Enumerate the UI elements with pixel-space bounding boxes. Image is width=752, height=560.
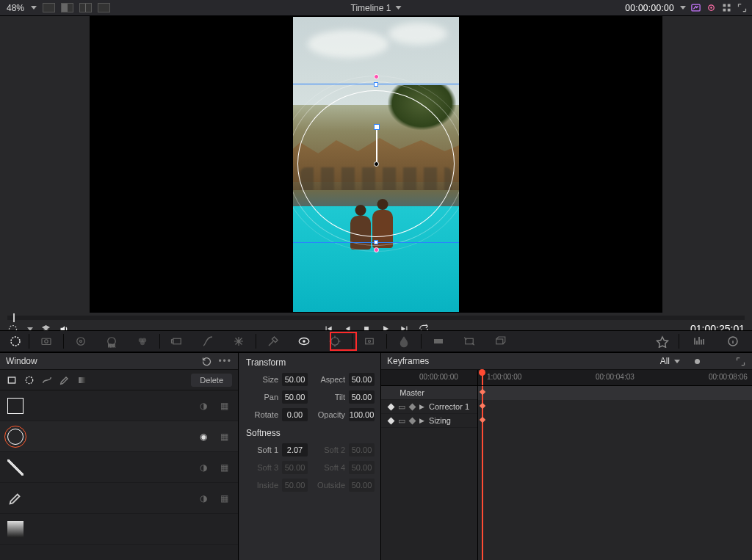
- soft4-field[interactable]: 50.00: [349, 461, 375, 474]
- window-row-pen[interactable]: ◑▦: [0, 483, 238, 514]
- layout-dual-icon[interactable]: [79, 3, 92, 12]
- timeline-name-label: Timeline 1: [351, 3, 391, 13]
- reset-icon[interactable]: [201, 356, 212, 367]
- invert-icon[interactable]: ◉: [200, 432, 210, 442]
- diamond-icon[interactable]: [388, 403, 395, 410]
- window-palette-icon[interactable]: [289, 333, 319, 349]
- motion-icon[interactable]: [162, 333, 192, 349]
- circle-icon: [7, 429, 24, 445]
- camera-raw-icon[interactable]: [32, 333, 61, 349]
- mask-icon[interactable]: ▦: [220, 493, 231, 503]
- rotate-field[interactable]: 0.00: [282, 408, 308, 421]
- mini-timeline[interactable]: [7, 316, 745, 320]
- viewer-region: 01:00:25:01: [0, 16, 752, 330]
- keyframes-header: Keyframes All: [381, 353, 752, 370]
- pan-field[interactable]: 50.00: [282, 390, 308, 404]
- grid-icon[interactable]: [721, 2, 732, 13]
- keyframes-filter-dropdown[interactable]: All: [660, 356, 746, 367]
- keyframe-marker-icon[interactable]: [480, 417, 485, 423]
- keyframe-grid[interactable]: 1:00:00:00 00:00:04:03 00:00:08:06: [477, 370, 752, 560]
- 3d-icon[interactable]: [485, 333, 515, 349]
- soft1-label: Soft 1: [245, 446, 278, 454]
- lock-icon[interactable]: ▭: [398, 402, 405, 412]
- scopes-palette-icon[interactable]: [684, 333, 714, 349]
- inside-field[interactable]: 50.00: [282, 479, 308, 492]
- opacity-field[interactable]: 100.00: [349, 408, 375, 421]
- params-panel: Transform Size 50.00 Aspect 50.00 Pan 50…: [239, 353, 381, 560]
- hdr-wheel-icon[interactable]: HDR: [97, 333, 126, 349]
- keyframes-filter-label: All: [660, 356, 670, 366]
- invert-icon[interactable]: ◑: [200, 493, 210, 503]
- svg-rect-4: [728, 4, 731, 7]
- keyframe-playhead[interactable]: [482, 370, 483, 385]
- lock-icon[interactable]: ▭: [398, 416, 405, 426]
- info-palette-icon[interactable]: [718, 333, 748, 349]
- tracker-icon[interactable]: [320, 333, 350, 349]
- key-icon[interactable]: [424, 333, 453, 349]
- svg-rect-32: [79, 377, 85, 383]
- playhead-line[interactable]: [482, 386, 483, 560]
- outside-field[interactable]: 50.00: [349, 479, 375, 492]
- keyframes-panel: Keyframes All 00:00:00:00 Master: [381, 353, 752, 560]
- invert-icon[interactable]: ◑: [200, 462, 210, 473]
- soft2-field[interactable]: 50.00: [349, 443, 375, 457]
- keyframe-marker-icon[interactable]: [480, 403, 485, 409]
- mask-icon[interactable]: ▦: [220, 462, 231, 473]
- window-row-gradient[interactable]: [0, 514, 238, 545]
- pen-icon: [7, 490, 24, 506]
- diamond-icon[interactable]: [409, 403, 416, 410]
- tilt-field[interactable]: 50.00: [349, 390, 375, 404]
- soft3-field[interactable]: 50.00: [282, 461, 308, 474]
- layout-quad-icon[interactable]: [98, 3, 110, 12]
- add-gradient-icon[interactable]: [76, 374, 88, 386]
- mask-icon[interactable]: ▦: [220, 432, 231, 442]
- add-circle-icon[interactable]: [24, 374, 35, 386]
- fx-icon[interactable]: [690, 2, 701, 13]
- add-pen-icon[interactable]: [59, 374, 70, 386]
- blur-icon[interactable]: [389, 333, 419, 349]
- window-row-line[interactable]: ◑▦: [0, 452, 238, 483]
- svg-rect-26: [434, 339, 443, 343]
- opacity-label: Opacity: [311, 410, 345, 419]
- eyedropper-icon[interactable]: [258, 333, 288, 349]
- layout-split-icon[interactable]: [61, 3, 73, 12]
- invert-icon[interactable]: ◑: [200, 401, 210, 411]
- chevron-right-icon[interactable]: ▶: [419, 403, 424, 410]
- aspect-field[interactable]: 50.00: [349, 373, 375, 386]
- soft4-label: Soft 4: [311, 463, 345, 472]
- layout-single-icon[interactable]: [43, 3, 55, 12]
- size-field[interactable]: 50.00: [282, 373, 308, 386]
- warp-icon[interactable]: [224, 333, 253, 349]
- svg-rect-28: [496, 339, 503, 344]
- magic-mask-icon[interactable]: [355, 333, 384, 349]
- mask-icon[interactable]: ▦: [220, 401, 231, 411]
- keyframe-row-sizing[interactable]: ▭ ▶ Sizing: [381, 414, 477, 428]
- add-rect-icon[interactable]: [6, 374, 18, 386]
- diamond-icon[interactable]: [388, 417, 395, 424]
- options-icon[interactable]: •••: [218, 356, 232, 367]
- delete-button[interactable]: Delete: [191, 374, 232, 387]
- add-curve-icon[interactable]: [41, 374, 53, 386]
- rgb-mixer-icon[interactable]: [128, 333, 157, 349]
- kf-dot-icon[interactable]: [695, 359, 700, 364]
- viewer-canvas[interactable]: [0, 16, 752, 313]
- keyframe-row-corrector[interactable]: ▭ ▶ Corrector 1: [381, 400, 477, 414]
- window-row-rect[interactable]: ◑▦: [0, 390, 238, 421]
- soft1-field[interactable]: 2.07: [282, 443, 308, 457]
- timeline-name-dropdown[interactable]: Timeline 1: [351, 3, 402, 13]
- curves-icon[interactable]: [193, 333, 223, 349]
- expand-icon[interactable]: [737, 2, 748, 13]
- keyframe-row-master[interactable]: Master: [381, 386, 477, 400]
- chevron-right-icon[interactable]: ▶: [419, 417, 424, 424]
- zoom-dropdown[interactable]: 48%: [4, 3, 26, 13]
- sizing-icon[interactable]: [455, 333, 484, 349]
- chevron-down-icon: [674, 360, 680, 363]
- highlights-icon[interactable]: [651, 333, 673, 349]
- diamond-icon[interactable]: [409, 417, 416, 424]
- color-wheel-icon[interactable]: [66, 333, 95, 349]
- scopes-icon[interactable]: [706, 2, 717, 13]
- expand-icon[interactable]: [735, 356, 746, 367]
- adjustment-clip-icon[interactable]: [4, 333, 26, 349]
- window-row-circle[interactable]: ◉▦: [0, 421, 238, 452]
- timecode-display[interactable]: 00:00:00:00: [625, 3, 674, 13]
